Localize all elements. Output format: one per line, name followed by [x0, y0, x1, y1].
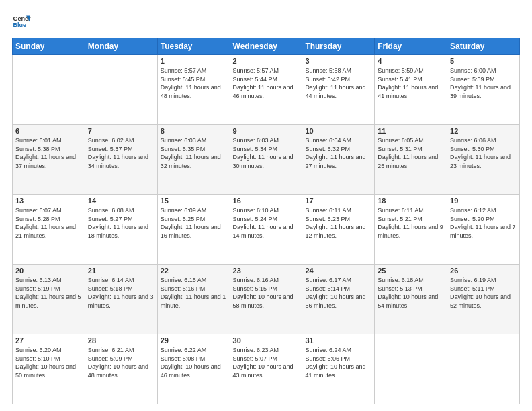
svg-text:Blue: Blue [13, 21, 26, 28]
week-row-4: 20Sunrise: 6:13 AM Sunset: 5:19 PM Dayli… [13, 265, 520, 334]
weekday-header-row: SundayMondayTuesdayWednesdayThursdayFrid… [13, 38, 520, 55]
calendar-cell: 16Sunrise: 6:10 AM Sunset: 5:24 PM Dayli… [230, 195, 302, 265]
calendar-cell: 15Sunrise: 6:09 AM Sunset: 5:25 PM Dayli… [157, 195, 230, 265]
cell-info: Sunrise: 6:15 AM Sunset: 5:16 PM Dayligh… [161, 276, 227, 310]
day-number: 25 [378, 267, 444, 275]
cell-info: Sunrise: 6:16 AM Sunset: 5:15 PM Dayligh… [233, 276, 300, 310]
logo-icon: General Blue [12, 12, 31, 31]
calendar-cell: 29Sunrise: 6:22 AM Sunset: 5:08 PM Dayli… [157, 334, 230, 404]
day-number: 19 [450, 197, 517, 205]
day-number: 4 [378, 57, 444, 65]
day-number: 16 [233, 197, 300, 205]
calendar-cell: 30Sunrise: 6:23 AM Sunset: 5:07 PM Dayli… [230, 334, 302, 404]
calendar-cell [447, 334, 520, 404]
cell-info: Sunrise: 6:24 AM Sunset: 5:06 PM Dayligh… [305, 346, 371, 379]
day-number: 7 [88, 127, 154, 135]
header: General Blue [12, 12, 520, 31]
calendar-cell: 24Sunrise: 6:17 AM Sunset: 5:14 PM Dayli… [302, 265, 375, 334]
cell-info: Sunrise: 6:04 AM Sunset: 5:32 PM Dayligh… [305, 136, 371, 170]
day-number: 2 [233, 57, 300, 65]
day-number: 23 [233, 267, 300, 275]
calendar-cell: 26Sunrise: 6:19 AM Sunset: 5:11 PM Dayli… [447, 265, 520, 334]
day-number: 26 [450, 267, 517, 275]
day-number: 10 [305, 127, 371, 135]
day-number: 1 [161, 57, 227, 65]
week-row-2: 6Sunrise: 6:01 AM Sunset: 5:38 PM Daylig… [13, 125, 520, 195]
cell-info: Sunrise: 5:57 AM Sunset: 5:44 PM Dayligh… [233, 66, 300, 100]
weekday-header-thursday: Thursday [302, 38, 375, 55]
day-number: 12 [450, 127, 517, 135]
calendar-cell: 4Sunrise: 5:59 AM Sunset: 5:41 PM Daylig… [375, 55, 447, 125]
cell-info: Sunrise: 6:03 AM Sunset: 5:35 PM Dayligh… [161, 136, 227, 170]
calendar-cell: 25Sunrise: 6:18 AM Sunset: 5:13 PM Dayli… [375, 265, 447, 334]
weekday-header-saturday: Saturday [447, 38, 520, 55]
day-number: 5 [450, 57, 517, 65]
day-number: 17 [305, 197, 371, 205]
week-row-1: 1Sunrise: 5:57 AM Sunset: 5:45 PM Daylig… [13, 55, 520, 125]
calendar-cell [375, 334, 447, 404]
logo: General Blue [12, 12, 31, 31]
day-number: 11 [378, 127, 444, 135]
cell-info: Sunrise: 5:59 AM Sunset: 5:41 PM Dayligh… [378, 66, 444, 100]
cell-info: Sunrise: 6:02 AM Sunset: 5:37 PM Dayligh… [88, 136, 154, 170]
cell-info: Sunrise: 6:11 AM Sunset: 5:23 PM Dayligh… [305, 206, 371, 240]
cell-info: Sunrise: 6:01 AM Sunset: 5:38 PM Dayligh… [15, 136, 82, 170]
calendar-cell: 21Sunrise: 6:14 AM Sunset: 5:18 PM Dayli… [85, 265, 157, 334]
calendar-cell: 6Sunrise: 6:01 AM Sunset: 5:38 PM Daylig… [13, 125, 85, 195]
day-number: 31 [305, 336, 371, 345]
cell-info: Sunrise: 5:58 AM Sunset: 5:42 PM Dayligh… [305, 66, 371, 100]
calendar-cell: 11Sunrise: 6:05 AM Sunset: 5:31 PM Dayli… [375, 125, 447, 195]
day-number: 14 [88, 197, 154, 205]
cell-info: Sunrise: 6:20 AM Sunset: 5:10 PM Dayligh… [15, 346, 82, 379]
day-number: 21 [88, 267, 154, 275]
calendar-cell: 31Sunrise: 6:24 AM Sunset: 5:06 PM Dayli… [302, 334, 375, 404]
cell-info: Sunrise: 6:14 AM Sunset: 5:18 PM Dayligh… [88, 276, 154, 310]
day-number: 13 [15, 197, 82, 205]
cell-info: Sunrise: 6:09 AM Sunset: 5:25 PM Dayligh… [161, 206, 227, 240]
calendar-cell: 8Sunrise: 6:03 AM Sunset: 5:35 PM Daylig… [157, 125, 230, 195]
calendar-cell: 22Sunrise: 6:15 AM Sunset: 5:16 PM Dayli… [157, 265, 230, 334]
calendar-table: SundayMondayTuesdayWednesdayThursdayFrid… [12, 38, 520, 404]
calendar-cell: 3Sunrise: 5:58 AM Sunset: 5:42 PM Daylig… [302, 55, 375, 125]
day-number: 24 [305, 267, 371, 275]
cell-info: Sunrise: 6:23 AM Sunset: 5:07 PM Dayligh… [233, 346, 300, 379]
calendar-cell: 2Sunrise: 5:57 AM Sunset: 5:44 PM Daylig… [230, 55, 302, 125]
cell-info: Sunrise: 5:57 AM Sunset: 5:45 PM Dayligh… [161, 66, 227, 100]
calendar-cell: 20Sunrise: 6:13 AM Sunset: 5:19 PM Dayli… [13, 265, 85, 334]
cell-info: Sunrise: 6:22 AM Sunset: 5:08 PM Dayligh… [161, 346, 227, 379]
calendar-cell [85, 55, 157, 125]
calendar-cell: 1Sunrise: 5:57 AM Sunset: 5:45 PM Daylig… [157, 55, 230, 125]
weekday-header-sunday: Sunday [13, 38, 85, 55]
calendar-cell: 5Sunrise: 6:00 AM Sunset: 5:39 PM Daylig… [447, 55, 520, 125]
calendar-cell [13, 55, 85, 125]
weekday-header-wednesday: Wednesday [230, 38, 302, 55]
calendar-cell: 19Sunrise: 6:12 AM Sunset: 5:20 PM Dayli… [447, 195, 520, 265]
calendar-cell: 7Sunrise: 6:02 AM Sunset: 5:37 PM Daylig… [85, 125, 157, 195]
calendar-cell: 9Sunrise: 6:03 AM Sunset: 5:34 PM Daylig… [230, 125, 302, 195]
weekday-header-tuesday: Tuesday [157, 38, 230, 55]
cell-info: Sunrise: 6:19 AM Sunset: 5:11 PM Dayligh… [450, 276, 517, 310]
week-row-5: 27Sunrise: 6:20 AM Sunset: 5:10 PM Dayli… [13, 334, 520, 404]
day-number: 15 [161, 197, 227, 205]
cell-info: Sunrise: 6:11 AM Sunset: 5:21 PM Dayligh… [378, 206, 444, 240]
calendar-cell: 18Sunrise: 6:11 AM Sunset: 5:21 PM Dayli… [375, 195, 447, 265]
cell-info: Sunrise: 6:06 AM Sunset: 5:30 PM Dayligh… [450, 136, 517, 170]
week-row-3: 13Sunrise: 6:07 AM Sunset: 5:28 PM Dayli… [13, 195, 520, 265]
day-number: 30 [233, 336, 300, 345]
day-number: 27 [15, 336, 82, 345]
day-number: 8 [161, 127, 227, 135]
weekday-header-monday: Monday [85, 38, 157, 55]
cell-info: Sunrise: 6:17 AM Sunset: 5:14 PM Dayligh… [305, 276, 371, 310]
day-number: 9 [233, 127, 300, 135]
day-number: 29 [161, 336, 227, 345]
calendar-cell: 12Sunrise: 6:06 AM Sunset: 5:30 PM Dayli… [447, 125, 520, 195]
calendar-cell: 14Sunrise: 6:08 AM Sunset: 5:27 PM Dayli… [85, 195, 157, 265]
day-number: 3 [305, 57, 371, 65]
page: General Blue SundayMondayTuesdayWednesda… [0, 0, 532, 411]
day-number: 6 [15, 127, 82, 135]
calendar-cell: 13Sunrise: 6:07 AM Sunset: 5:28 PM Dayli… [13, 195, 85, 265]
cell-info: Sunrise: 6:13 AM Sunset: 5:19 PM Dayligh… [15, 276, 82, 310]
calendar-cell: 28Sunrise: 6:21 AM Sunset: 5:09 PM Dayli… [85, 334, 157, 404]
cell-info: Sunrise: 6:21 AM Sunset: 5:09 PM Dayligh… [88, 346, 154, 379]
day-number: 28 [88, 336, 154, 345]
